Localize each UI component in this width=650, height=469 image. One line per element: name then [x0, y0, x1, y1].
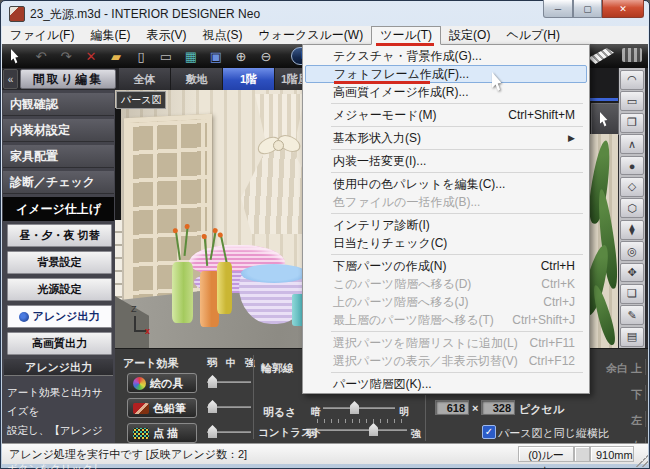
- sidebar-item-家具配置[interactable]: 家具配置: [3, 145, 114, 168]
- menu-item-日当たりチェック(C)[interactable]: 日当たりチェック(C): [305, 234, 587, 252]
- menu-item-上のパーツ階層へ移る(J): 上のパーツ階層へ移る(J)Ctrl+J: [305, 293, 587, 311]
- menu-item-高画質イメージ作成(R)...[interactable]: 高画質イメージ作成(R)...: [305, 83, 587, 101]
- resize-grip[interactable]: [636, 455, 648, 467]
- view-tab-全体[interactable]: 全体: [119, 68, 171, 90]
- sidebar-item-内装材設定[interactable]: 内装材設定: [3, 119, 114, 142]
- select-tool-button[interactable]: [591, 103, 619, 135]
- delete-icon[interactable]: ✕: [80, 47, 102, 65]
- sidebar-item-高画質出力[interactable]: 高画質出力: [7, 332, 112, 355]
- open-folder-icon[interactable]: ▰: [105, 47, 127, 65]
- label-tool-icon[interactable]: ▤: [620, 327, 644, 347]
- arch-tool-icon[interactable]: ◠: [620, 70, 644, 90]
- stipple-strength-slider[interactable]: [207, 425, 251, 439]
- effect-button-絵の具[interactable]: 絵の具: [127, 373, 197, 393]
- sidebar-item-診断／チェック[interactable]: 診断／チェック: [3, 171, 114, 194]
- output-height-field[interactable]: 328: [481, 400, 515, 415]
- torus-tool-icon[interactable]: ◎: [620, 241, 644, 261]
- print-icon[interactable]: ▭: [155, 47, 177, 65]
- titlebar[interactable]: 23_光源.m3d - INTERIOR DESIGNER Neo ─ ▢ ✕: [0, 0, 650, 26]
- view-tab-敷地[interactable]: 敷地: [171, 68, 223, 90]
- menu-item-メジャーモード(M)[interactable]: メジャーモード(M)Ctrl+Shift+M: [305, 106, 587, 124]
- maximize-button[interactable]: ▢: [573, 0, 602, 18]
- close-button[interactable]: ✕: [602, 0, 644, 18]
- strength-label-弱: 弱: [207, 356, 217, 370]
- menu-item-インテリア診断(I)[interactable]: インテリア診断(I): [305, 216, 587, 234]
- contrast-max-label: 強: [411, 427, 421, 441]
- effect-button-色鉛筆[interactable]: 色鉛筆: [127, 398, 197, 418]
- menu-separator: [331, 126, 583, 127]
- freeform-tool-icon[interactable]: ✎: [620, 305, 644, 325]
- zoom-in-icon[interactable]: ⊕: [230, 47, 252, 65]
- sidebar-section-title: アレンジ出力: [4, 359, 113, 376]
- menu-separator: [331, 372, 583, 373]
- brightness-slider[interactable]: [323, 401, 395, 415]
- sidebar-item-アレンジ出力[interactable]: アレンジ出力: [7, 305, 112, 328]
- curtain-bow-knot: [273, 140, 284, 151]
- menu-item-最上層のパーツ階層へ移る(T): 最上層のパーツ階層へ移る(T)Ctrl+Shift+J: [305, 311, 587, 329]
- viewport-label: パース図: [116, 91, 166, 109]
- pencil-strength-slider[interactable]: [207, 400, 251, 414]
- menubar-item-ヘルプ(H)[interactable]: ヘルプ(H): [498, 27, 568, 44]
- menubar-item-表示(V)[interactable]: 表示(V): [138, 27, 194, 44]
- sidebar-item-背景設定[interactable]: 背景設定: [7, 251, 112, 274]
- sidebar-header-madori[interactable]: 間取り編集: [20, 69, 116, 89]
- select-tool-icon[interactable]: [5, 47, 27, 65]
- margin-field-上: 上: [631, 361, 642, 376]
- menu-item-基本形状入力(S)[interactable]: 基本形状入力(S)▶: [305, 129, 587, 147]
- menu-item-下層パーツの作成(N)[interactable]: 下層パーツの作成(N)Ctrl+H: [305, 257, 587, 275]
- view-tab-1階[interactable]: 1階: [223, 68, 275, 90]
- menu-separator: [331, 103, 583, 104]
- menubar-item-編集(E)[interactable]: 編集(E): [82, 27, 138, 44]
- undo-icon[interactable]: ↶: [30, 47, 52, 65]
- menu-item-内装一括変更(I)...[interactable]: 内装一括変更(I)...: [305, 152, 587, 170]
- brightness-label: 明るさ: [263, 405, 297, 420]
- polyline-tool-icon[interactable]: ∧: [620, 134, 644, 154]
- brightness-max-label: 明: [399, 405, 409, 419]
- effect-button-点 描[interactable]: 点 描: [127, 423, 197, 443]
- cube-tool-icon[interactable]: ◇: [620, 177, 644, 197]
- wall-corner-dark: [115, 108, 121, 220]
- menu-item-テクスチャ・背景作成(G)...[interactable]: テクスチャ・背景作成(G)...: [305, 47, 587, 65]
- multibox-tool-icon[interactable]: ❐: [620, 113, 644, 133]
- menu-item-フォトフレーム作成(F)...[interactable]: フォトフレーム作成(F)...: [305, 65, 587, 83]
- menubar-item-ツール(T)[interactable]: ツール(T): [371, 26, 441, 45]
- window-title: 23_光源.m3d - INTERIOR DESIGNER Neo: [30, 6, 260, 23]
- margin-field-左: 左: [631, 413, 642, 428]
- margin-separator: [644, 385, 646, 401]
- save-icon[interactable]: ▯: [130, 47, 152, 65]
- sidebar-collapse-button[interactable]: «: [3, 69, 18, 89]
- menubar-item-視点(S)[interactable]: 視点(S): [194, 27, 250, 44]
- redo-icon[interactable]: ↷: [55, 47, 77, 65]
- sidebar-item-光源設定[interactable]: 光源設定: [7, 278, 112, 301]
- aspect-ratio-checkbox[interactable]: ✓: [482, 425, 496, 439]
- blind-icon[interactable]: [622, 48, 642, 62]
- sidebar-item-内観確認[interactable]: 内観確認: [3, 93, 114, 116]
- cone-pair-tool-icon[interactable]: ⧫: [620, 220, 644, 240]
- array-tool-icon[interactable]: ❏: [620, 284, 644, 304]
- sidebar-item-selected[interactable]: イメージ仕上げ: [3, 197, 114, 221]
- menu-separator: [331, 331, 583, 332]
- menubar-item-設定(O)[interactable]: 設定(O): [441, 27, 498, 44]
- sidebar-item-昼・夕・夜 切替[interactable]: 昼・夕・夜 切替: [7, 224, 112, 247]
- sphere-tool-icon[interactable]: ●: [620, 156, 644, 176]
- measure-ruler-icon[interactable]: [588, 48, 614, 64]
- cylinder-cone-tool-icon[interactable]: ⬡: [620, 198, 644, 218]
- output-width-field[interactable]: 618: [435, 400, 469, 415]
- status-route: (0)ルート: [518, 446, 574, 462]
- frame-icon[interactable]: ▣: [205, 47, 227, 65]
- stipple-icon: [133, 428, 149, 439]
- contrast-min-label: 弱: [306, 427, 316, 441]
- minimize-button[interactable]: ─: [543, 0, 573, 18]
- walkthrough-icon[interactable]: ▦: [180, 47, 202, 65]
- menubar-item-ウォークスルー(W)[interactable]: ウォークスルー(W): [250, 27, 371, 44]
- zoom-out-icon[interactable]: ⊖: [255, 47, 277, 65]
- plane-tool-icon[interactable]: ▭: [620, 91, 644, 111]
- contrast-slider[interactable]: [317, 423, 407, 437]
- menubar-item-ファイル(F)[interactable]: ファイル(F): [2, 27, 82, 44]
- margin-field-下: 下: [631, 387, 642, 402]
- move-tool-icon[interactable]: ✥: [620, 263, 644, 283]
- shape-tool-column: ◠▭❐∧●◇⬡⧫◎✥❏✎▤: [619, 68, 645, 348]
- paint-strength-slider[interactable]: [207, 375, 251, 389]
- menu-item-使用中の色パレットを編集(C)...[interactable]: 使用中の色パレットを編集(C)...: [305, 175, 587, 193]
- menu-item-パーツ階層図(K)...[interactable]: パーツ階層図(K)...: [305, 375, 587, 393]
